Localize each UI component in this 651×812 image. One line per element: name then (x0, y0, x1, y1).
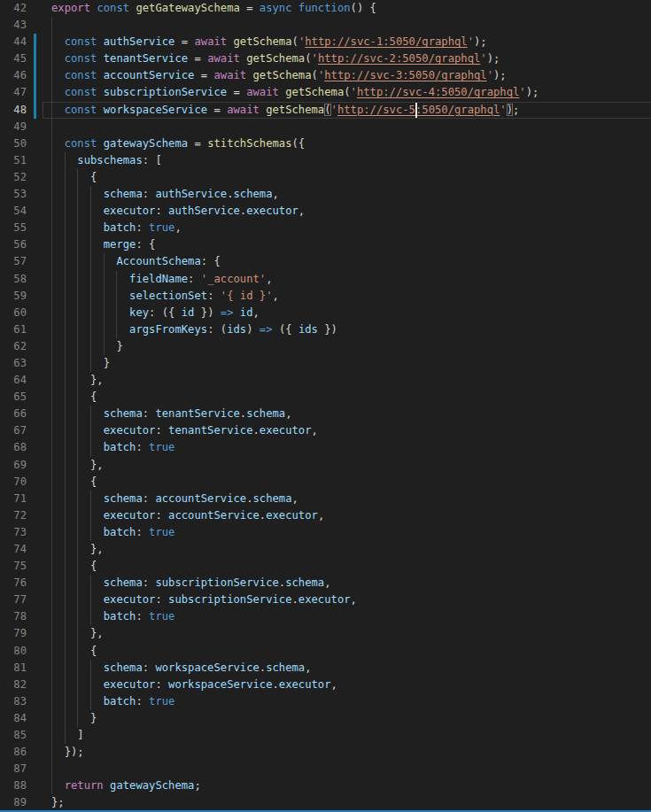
code-line[interactable]: 47 const subscriptionService = await get… (0, 84, 651, 101)
code-line[interactable]: 83 batch: true (0, 693, 651, 710)
code-line[interactable]: 86 }); (0, 744, 651, 761)
line-number[interactable]: 63 (0, 355, 27, 372)
line-number[interactable]: 50 (0, 135, 27, 152)
line-number[interactable]: 46 (0, 67, 27, 84)
code-line[interactable]: 50 const gatewaySchema = stitchSchemas({ (0, 135, 651, 152)
line-number[interactable]: 47 (0, 84, 27, 101)
line-number[interactable]: 79 (0, 625, 27, 642)
code-line[interactable]: 82 executor: workspaceService.executor, (0, 677, 651, 693)
code-line[interactable]: 55 batch: true, (0, 220, 651, 236)
line-number[interactable]: 52 (0, 169, 27, 186)
git-modified-indicator[interactable] (34, 84, 37, 101)
line-number[interactable]: 69 (0, 457, 27, 474)
git-modified-indicator[interactable] (34, 67, 37, 84)
code-line[interactable]: 57 AccountSchema: { (0, 253, 651, 270)
code-line[interactable]: 89}; (0, 794, 651, 811)
code-line[interactable]: 52 { (0, 169, 651, 186)
line-number[interactable]: 70 (0, 474, 27, 491)
line-number[interactable]: 60 (0, 305, 27, 321)
line-number[interactable]: 42 (0, 0, 27, 17)
line-number[interactable]: 44 (0, 34, 27, 50)
code-line[interactable]: 59 selectionSet: '{ id }', (0, 288, 651, 305)
code-line[interactable]: 56 merge: { (0, 236, 651, 253)
code-line[interactable]: 80 { (0, 643, 651, 660)
line-number[interactable]: 84 (0, 710, 27, 727)
line-number[interactable]: 45 (0, 50, 27, 67)
code-line[interactable]: 85 ] (0, 727, 651, 744)
code-line[interactable]: 66 schema: tenantService.schema, (0, 406, 651, 422)
code-line[interactable]: 78 batch: true (0, 608, 651, 625)
code-line[interactable]: 51 subschemas: [ (0, 152, 651, 169)
line-number[interactable]: 74 (0, 541, 27, 558)
line-number[interactable]: 53 (0, 186, 27, 203)
line-number[interactable]: 87 (0, 761, 27, 777)
line-number[interactable]: 49 (0, 119, 27, 135)
code-line[interactable]: 72 executor: accountService.executor, (0, 507, 651, 524)
line-number[interactable]: 83 (0, 693, 27, 710)
code-line[interactable]: 49 (0, 119, 651, 135)
line-number[interactable]: 80 (0, 643, 27, 660)
code-line[interactable]: 64 }, (0, 372, 651, 389)
code-line[interactable]: 65 { (0, 389, 651, 406)
line-number[interactable]: 61 (0, 321, 27, 338)
code-line[interactable]: 61 argsFromKeys: (ids) => ({ ids }) (0, 321, 651, 338)
line-number[interactable]: 55 (0, 220, 27, 236)
line-number[interactable]: 75 (0, 558, 27, 575)
line-number[interactable]: 71 (0, 491, 27, 507)
line-number[interactable]: 68 (0, 439, 27, 456)
line-number[interactable]: 67 (0, 422, 27, 439)
line-number[interactable]: 66 (0, 406, 27, 422)
line-number[interactable]: 85 (0, 727, 27, 744)
code-line[interactable]: 62 } (0, 338, 651, 355)
code-line[interactable]: 53 schema: authService.schema, (0, 186, 651, 203)
code-line[interactable]: 54 executor: authService.executor, (0, 203, 651, 220)
code-line[interactable]: 63 } (0, 355, 651, 372)
code-line[interactable]: 70 { (0, 474, 651, 491)
code-line[interactable]: 43 (0, 17, 651, 34)
code-line[interactable]: 42export const getGatewaySchema = async … (0, 0, 651, 17)
line-number[interactable]: 62 (0, 338, 27, 355)
code-line[interactable]: 68 batch: true (0, 439, 651, 456)
line-number[interactable]: 54 (0, 203, 27, 220)
line-number[interactable]: 56 (0, 236, 27, 253)
code-line[interactable]: 79 }, (0, 625, 651, 642)
line-number[interactable]: 51 (0, 152, 27, 169)
line-number[interactable]: 89 (0, 794, 27, 811)
git-modified-indicator[interactable] (34, 50, 37, 67)
code-line[interactable]: 88 return gatewaySchema; (0, 777, 651, 794)
code-line[interactable]: 60 key: ({ id }) => id, (0, 305, 651, 321)
line-number[interactable]: 81 (0, 660, 27, 677)
line-number[interactable]: 76 (0, 575, 27, 592)
code-line[interactable]: 87 (0, 761, 651, 777)
code-line[interactable]: 76 schema: subscriptionService.schema, (0, 575, 651, 592)
line-number[interactable]: 48 (0, 102, 27, 119)
git-modified-indicator[interactable] (34, 34, 37, 50)
code-line[interactable]: 46 const accountService = await getSchem… (0, 67, 651, 84)
line-number[interactable]: 88 (0, 777, 27, 794)
code-line[interactable]: 69 }, (0, 457, 651, 474)
code-line[interactable]: 81 schema: workspaceService.schema, (0, 660, 651, 677)
line-number[interactable]: 82 (0, 677, 27, 693)
line-number[interactable]: 43 (0, 17, 27, 34)
code-line[interactable]: 84 } (0, 710, 651, 727)
code-line[interactable]: 45 const tenantService = await getSchema… (0, 50, 651, 67)
git-modified-indicator[interactable] (34, 102, 37, 119)
code-line[interactable]: 44 const authService = await getSchema('… (0, 34, 651, 50)
line-number[interactable]: 78 (0, 608, 27, 625)
code-line[interactable]: 48 const workspaceService = await getSch… (0, 102, 651, 119)
code-line[interactable]: 74 }, (0, 541, 651, 558)
code-line[interactable]: 73 batch: true (0, 524, 651, 541)
line-number[interactable]: 72 (0, 507, 27, 524)
code-line[interactable]: 75 { (0, 558, 651, 575)
line-number[interactable]: 73 (0, 524, 27, 541)
line-number[interactable]: 86 (0, 744, 27, 761)
code-line[interactable]: 77 executor: subscriptionService.executo… (0, 592, 651, 608)
line-number[interactable]: 77 (0, 592, 27, 608)
line-number[interactable]: 64 (0, 372, 27, 389)
line-number[interactable]: 58 (0, 271, 27, 288)
code-line[interactable]: 71 schema: accountService.schema, (0, 491, 651, 507)
code-line[interactable]: 67 executor: tenantService.executor, (0, 422, 651, 439)
code-line[interactable]: 58 fieldName: '_account', (0, 271, 651, 288)
line-number[interactable]: 57 (0, 253, 27, 270)
line-number[interactable]: 59 (0, 288, 27, 305)
